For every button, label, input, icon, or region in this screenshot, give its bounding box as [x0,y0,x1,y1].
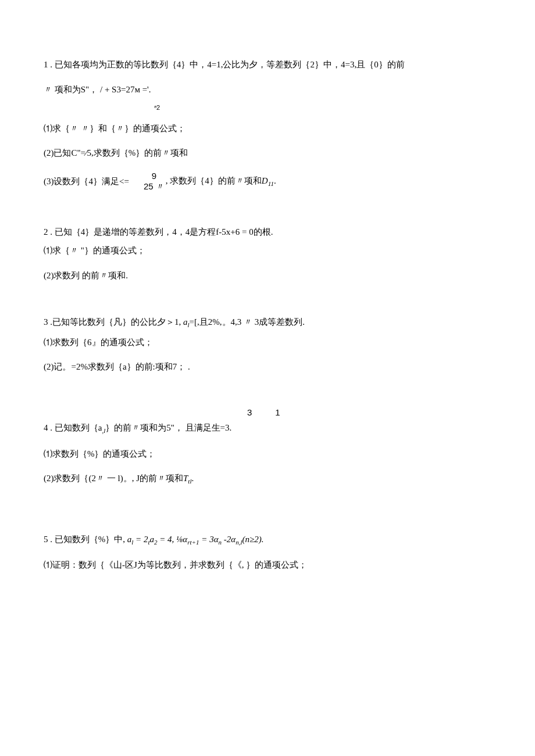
p4-sub2: (2)求数列｛(2〃 一 l)。, J的前〃项和Ttl. [44,472,491,486]
p2-sub1: ⑴求｛〃 "｝的通项公式； [44,244,491,257]
p3-sub1: ⑴求数列｛6』的通项公式； [44,336,491,349]
p3-ai: a [183,317,188,327]
p1-sub3: (3)设数列｛4｝满足<= 9 25 〃 , 求数列｛4｝的前〃项和D11. [44,171,491,192]
p4-sub1: ⑴求数列｛%｝的通项公式； [44,447,491,461]
p1-frac-bot: 25 〃 [144,182,165,192]
p4-line1: 4 . 已知数列｛a,l｝的前〃项和为5"， 且满足生=3. [44,421,491,436]
p4-l3a: (2)求数列｛(2〃 一 l)。, J的前〃项和 [44,474,183,483]
p3-l1a: 3 .已知等比数列｛凡｝的公比夕＞1, [44,317,183,327]
p1-sub1: ⑴求｛〃 〃｝和｛〃｝的通项公式； [44,122,491,135]
p4-l1a: 4 . 已知数列｛a [44,423,102,432]
p3-l3a: (2)记。=2%求数列｛a｝的前:项和7； [44,362,186,371]
p4-top-numbers: 31 [247,406,491,420]
p5-mid: = 3α [199,535,219,544]
p5-sub3: rt+1 [187,539,199,546]
p1-sub3-lead: (3)设数列｛4｝满足<= [44,175,142,188]
p1-sup-a2: ᵃ2 [154,104,160,111]
p4-top-a: 3 [247,407,252,417]
p5-l1a: 5 . 已知数列｛%｝中, [44,535,127,544]
p1-line2-text: 〃 项和为S"， / + S3=27м ='. [44,85,151,94]
p1-line2: 〃 项和为S"， / + S3=27м ='. [44,83,491,96]
problem-4: 31 4 . 已知数列｛a,l｝的前〃项和为5"， 且满足生=3. ⑴求数列｛%… [44,406,491,486]
p4-top-b: 1 [275,407,280,417]
p5-end: (n≥2). [242,535,263,544]
p1-line2-sup: ᵃ2 [154,104,491,117]
p1-D: D [262,176,268,185]
p5-eq1: = 2 [133,535,148,544]
p2-sub2: (2)求数列 的前〃项和. [44,269,491,282]
p3-l1b: =[,且2%,。4,3 〃 3成等差数列. [190,317,305,327]
p1-Dsub: 11 [268,180,274,187]
p1-line1: 1 . 已知各项均为正数的等比数列｛4｝中，4=1,公比为夕，等差数列｛2｝中，… [44,58,491,71]
p1-frac-top: 9 [144,171,165,181]
p1-dot: . [274,176,276,185]
p1-sub3-fraction: 9 25 〃 [144,171,165,192]
p5-a2: a [150,535,155,544]
p1-sub3-tail: , 求数列｛4｝的前〃项和D11. [166,174,276,189]
p5-mid2: -2α [222,535,236,544]
p3-l3b: . [186,362,190,371]
p2-line1: 2 . 已知｛4｝是递增的等差数列，4，4是方程f-5x+6 = 0的根. [44,225,491,239]
p5-sub1: ⑴证明：数列｛《山-区J为等比数列，并求数列｛《, ｝的通项公式； [44,558,491,572]
p1-sub2: (2)已知C"=∕5,求数列｛%｝的前〃项和 [44,146,491,160]
p5-line1: 5 . 已知数列｛%｝中, al = 2ta2 = 4, ⅛αrt+1 = 3α… [44,533,491,547]
problem-3: 3 .已知等比数列｛凡｝的公比夕＞1, al=[,且2%,。4,3 〃 3成等差… [44,316,491,374]
p5-eq2: = 4, ⅛α [158,535,188,544]
p4-dot: . [191,474,194,483]
p4-l1b: ｝的前〃项和为5"， 且满足生=3. [105,423,231,432]
problem-5: 5 . 已知数列｛%｝中, al = 2ta2 = 4, ⅛αrt+1 = 3α… [44,533,491,572]
problem-2: 2 . 已知｛4｝是递增的等差数列，4，4是方程f-5x+6 = 0的根. ⑴求… [44,225,491,282]
problem-1: 1 . 已知各项均为正数的等比数列｛4｝中，4=1,公比为夕，等差数列｛2｝中，… [44,58,491,192]
p3-line1: 3 .已知等比数列｛凡｝的公比夕＞1, al=[,且2%,。4,3 〃 3成等差… [44,316,491,330]
p5-sub5: n,l [236,539,242,546]
document-page: 1 . 已知各项均为正数的等比数列｛4｝中，4=1,公比为夕，等差数列｛2｝中，… [0,0,535,640]
p3-sub2: (2)记。=2%求数列｛a｝的前:项和7； . [44,360,491,374]
